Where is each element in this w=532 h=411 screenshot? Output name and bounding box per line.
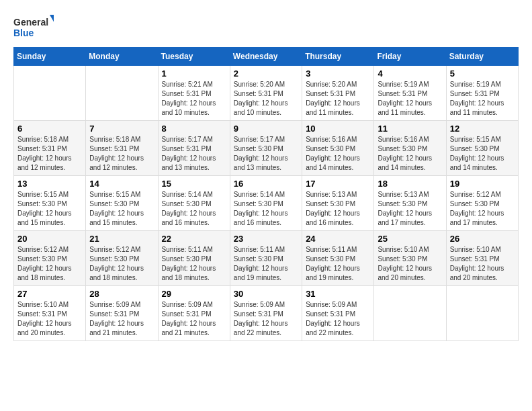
day-number: 4	[378, 68, 442, 79]
day-info: Sunrise: 5:09 AMSunset: 5:31 PMDaylight:…	[162, 300, 226, 338]
calendar-cell: 1Sunrise: 5:21 AMSunset: 5:31 PMDaylight…	[158, 66, 230, 121]
calendar-cell: 27Sunrise: 5:10 AMSunset: 5:31 PMDayligh…	[14, 286, 86, 341]
day-info: Sunrise: 5:09 AMSunset: 5:31 PMDaylight:…	[89, 300, 154, 338]
calendar-cell: 9Sunrise: 5:17 AMSunset: 5:30 PMDaylight…	[230, 121, 302, 176]
day-number: 13	[17, 179, 82, 189]
calendar-cell: 21Sunrise: 5:12 AMSunset: 5:30 PMDayligh…	[86, 231, 158, 286]
day-number: 10	[306, 124, 370, 134]
calendar-cell	[86, 66, 158, 121]
calendar-week-row: 1Sunrise: 5:21 AMSunset: 5:31 PMDaylight…	[14, 66, 519, 121]
day-number: 24	[306, 234, 370, 244]
calendar-cell: 8Sunrise: 5:17 AMSunset: 5:31 PMDaylight…	[158, 121, 230, 176]
calendar-cell: 10Sunrise: 5:16 AMSunset: 5:30 PMDayligh…	[302, 121, 374, 176]
day-info: Sunrise: 5:12 AMSunset: 5:30 PMDaylight:…	[450, 190, 515, 228]
day-number: 15	[162, 179, 226, 189]
calendar-cell: 14Sunrise: 5:15 AMSunset: 5:30 PMDayligh…	[86, 176, 158, 231]
day-number: 12	[450, 124, 515, 134]
calendar-cell: 30Sunrise: 5:09 AMSunset: 5:31 PMDayligh…	[230, 286, 302, 341]
day-number: 14	[89, 179, 154, 189]
day-number: 9	[234, 124, 298, 134]
day-info: Sunrise: 5:19 AMSunset: 5:31 PMDaylight:…	[378, 80, 442, 118]
day-info: Sunrise: 5:12 AMSunset: 5:30 PMDaylight:…	[17, 245, 82, 283]
weekday-header: Thursday	[302, 48, 374, 66]
calendar-cell: 2Sunrise: 5:20 AMSunset: 5:31 PMDaylight…	[230, 66, 302, 121]
day-info: Sunrise: 5:15 AMSunset: 5:30 PMDaylight:…	[450, 135, 515, 173]
day-info: Sunrise: 5:11 AMSunset: 5:30 PMDaylight:…	[234, 245, 298, 283]
day-info: Sunrise: 5:15 AMSunset: 5:30 PMDaylight:…	[17, 190, 82, 228]
day-info: Sunrise: 5:10 AMSunset: 5:31 PMDaylight:…	[450, 245, 515, 283]
svg-marker-2	[50, 15, 54, 24]
day-number: 19	[450, 179, 515, 189]
page-header: General Blue	[13, 13, 519, 40]
calendar-cell: 17Sunrise: 5:13 AMSunset: 5:30 PMDayligh…	[302, 176, 374, 231]
day-info: Sunrise: 5:20 AMSunset: 5:31 PMDaylight:…	[306, 80, 370, 118]
day-info: Sunrise: 5:19 AMSunset: 5:31 PMDaylight:…	[450, 80, 515, 118]
calendar-cell: 12Sunrise: 5:15 AMSunset: 5:30 PMDayligh…	[446, 121, 518, 176]
day-info: Sunrise: 5:14 AMSunset: 5:30 PMDaylight:…	[234, 190, 298, 228]
day-info: Sunrise: 5:11 AMSunset: 5:30 PMDaylight:…	[306, 245, 370, 283]
day-number: 25	[378, 234, 442, 244]
svg-text:General: General	[13, 17, 48, 28]
calendar-cell: 11Sunrise: 5:16 AMSunset: 5:30 PMDayligh…	[374, 121, 446, 176]
day-info: Sunrise: 5:09 AMSunset: 5:31 PMDaylight:…	[234, 300, 298, 338]
day-info: Sunrise: 5:12 AMSunset: 5:30 PMDaylight:…	[89, 245, 154, 283]
calendar-cell: 25Sunrise: 5:10 AMSunset: 5:30 PMDayligh…	[374, 231, 446, 286]
day-number: 7	[89, 124, 154, 134]
day-info: Sunrise: 5:11 AMSunset: 5:30 PMDaylight:…	[162, 245, 226, 283]
day-number: 30	[234, 289, 298, 299]
weekday-header: Monday	[86, 48, 158, 66]
day-number: 11	[378, 124, 442, 134]
calendar-cell: 16Sunrise: 5:14 AMSunset: 5:30 PMDayligh…	[230, 176, 302, 231]
calendar-cell: 4Sunrise: 5:19 AMSunset: 5:31 PMDaylight…	[374, 66, 446, 121]
day-number: 6	[17, 124, 82, 134]
calendar-cell: 20Sunrise: 5:12 AMSunset: 5:30 PMDayligh…	[14, 231, 86, 286]
calendar-cell: 18Sunrise: 5:13 AMSunset: 5:30 PMDayligh…	[374, 176, 446, 231]
logo-svg: General Blue	[13, 13, 54, 40]
weekday-header: Tuesday	[158, 48, 230, 66]
day-info: Sunrise: 5:13 AMSunset: 5:30 PMDaylight:…	[378, 190, 442, 228]
day-number: 27	[17, 289, 82, 299]
weekday-header: Friday	[374, 48, 446, 66]
day-number: 18	[378, 179, 442, 189]
day-number: 8	[162, 124, 226, 134]
calendar-table: SundayMondayTuesdayWednesdayThursdayFrid…	[13, 47, 519, 341]
day-number: 22	[162, 234, 226, 244]
calendar-cell: 5Sunrise: 5:19 AMSunset: 5:31 PMDaylight…	[446, 66, 518, 121]
day-number: 23	[234, 234, 298, 244]
day-number: 31	[306, 289, 370, 299]
calendar-cell: 13Sunrise: 5:15 AMSunset: 5:30 PMDayligh…	[14, 176, 86, 231]
calendar-cell: 31Sunrise: 5:09 AMSunset: 5:31 PMDayligh…	[302, 286, 374, 341]
day-number: 28	[89, 289, 154, 299]
calendar-cell: 15Sunrise: 5:14 AMSunset: 5:30 PMDayligh…	[158, 176, 230, 231]
day-number: 16	[234, 179, 298, 189]
day-info: Sunrise: 5:18 AMSunset: 5:31 PMDaylight:…	[89, 135, 154, 173]
day-number: 29	[162, 289, 226, 299]
day-info: Sunrise: 5:21 AMSunset: 5:31 PMDaylight:…	[162, 80, 226, 118]
calendar-cell: 22Sunrise: 5:11 AMSunset: 5:30 PMDayligh…	[158, 231, 230, 286]
day-number: 1	[162, 68, 226, 79]
calendar-cell: 24Sunrise: 5:11 AMSunset: 5:30 PMDayligh…	[302, 231, 374, 286]
calendar-cell: 7Sunrise: 5:18 AMSunset: 5:31 PMDaylight…	[86, 121, 158, 176]
day-info: Sunrise: 5:09 AMSunset: 5:31 PMDaylight:…	[306, 300, 370, 338]
calendar-cell	[446, 286, 518, 341]
day-info: Sunrise: 5:18 AMSunset: 5:31 PMDaylight:…	[17, 135, 82, 173]
calendar-cell: 23Sunrise: 5:11 AMSunset: 5:30 PMDayligh…	[230, 231, 302, 286]
weekday-header: Saturday	[446, 48, 518, 66]
weekday-header: Sunday	[14, 48, 86, 66]
logo: General Blue	[13, 13, 54, 40]
day-info: Sunrise: 5:10 AMSunset: 5:30 PMDaylight:…	[378, 245, 442, 283]
calendar-cell: 3Sunrise: 5:20 AMSunset: 5:31 PMDaylight…	[302, 66, 374, 121]
day-number: 20	[17, 234, 82, 244]
day-number: 26	[450, 234, 515, 244]
weekday-header: Wednesday	[230, 48, 302, 66]
svg-text:Blue: Blue	[13, 28, 34, 38]
day-info: Sunrise: 5:10 AMSunset: 5:31 PMDaylight:…	[17, 300, 82, 338]
calendar-cell: 19Sunrise: 5:12 AMSunset: 5:30 PMDayligh…	[446, 176, 518, 231]
day-number: 3	[306, 68, 370, 79]
calendar-cell: 6Sunrise: 5:18 AMSunset: 5:31 PMDaylight…	[14, 121, 86, 176]
day-number: 21	[89, 234, 154, 244]
calendar-cell: 29Sunrise: 5:09 AMSunset: 5:31 PMDayligh…	[158, 286, 230, 341]
day-info: Sunrise: 5:13 AMSunset: 5:30 PMDaylight:…	[306, 190, 370, 228]
day-number: 2	[234, 68, 298, 79]
day-info: Sunrise: 5:15 AMSunset: 5:30 PMDaylight:…	[89, 190, 154, 228]
